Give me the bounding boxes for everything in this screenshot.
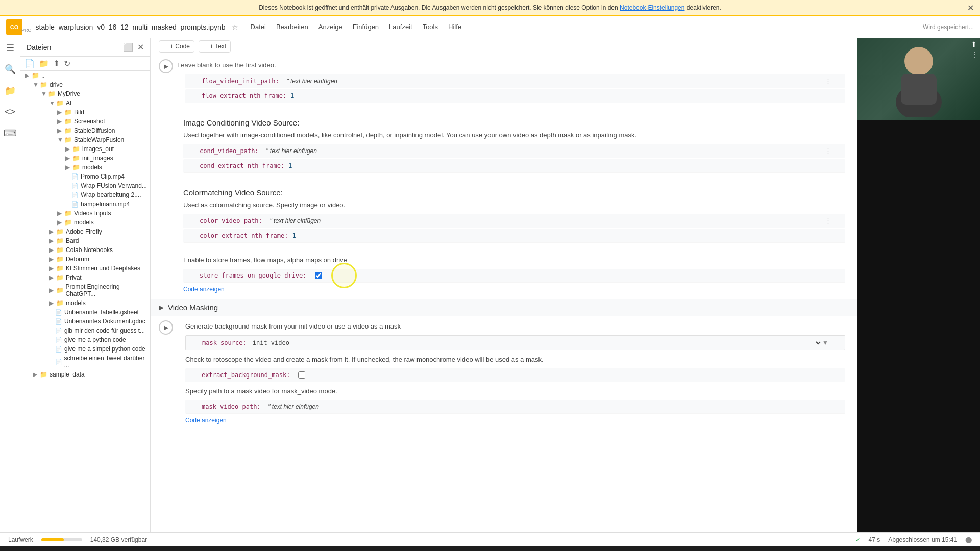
sidebar-tree-item[interactable]: ▶📁StableDiffusion xyxy=(20,126,150,135)
sidebar-tree-item[interactable]: ▼📁drive xyxy=(20,80,150,89)
flow-video-init-path-row: flow_video_init_path: " text hier einfüg… xyxy=(185,74,845,88)
sidebar-upload-icon[interactable]: ⬆ xyxy=(53,59,60,68)
sidebar-tree-item[interactable]: ▶📁.. xyxy=(20,71,150,80)
cond-extract-nth-frame-label: cond_extract_nth_frame: xyxy=(200,162,284,169)
cell-run-button[interactable]: ▶ xyxy=(159,59,173,73)
files-icon[interactable]: 📁 xyxy=(5,85,16,96)
sidebar-tree-item[interactable]: 📄give me a simpel python code xyxy=(20,344,150,354)
cond-extract-nth-frame-value[interactable]: 1 xyxy=(288,162,292,169)
sidebar-tree-item[interactable]: 📄Unbenannte Tabelle.gsheet xyxy=(20,308,150,317)
colab-logo: CO xyxy=(6,19,22,35)
mask-source-label: mask_source: xyxy=(202,339,247,346)
storage-bar-fill xyxy=(41,538,64,541)
panel-expand-icon[interactable]: ⬆ xyxy=(971,40,978,48)
extract-background-mask-row: extract_background_mask: xyxy=(185,368,845,382)
sidebar-tree-item[interactable]: ▶📁Privat xyxy=(20,273,150,282)
menu-anzeige[interactable]: Anzeige xyxy=(318,23,342,31)
leave-blank-note: Leave blank to use the first video. xyxy=(177,59,853,73)
search-icon[interactable]: 🔍 xyxy=(5,64,16,75)
flow-extract-nth-frame-label: flow_extract_nth_frame: xyxy=(202,92,286,99)
shortcuts-icon[interactable]: ⌨ xyxy=(4,128,17,139)
sidebar-title: Dateien xyxy=(27,43,51,52)
panel-menu-icon[interactable]: ⋮ xyxy=(971,51,978,59)
notification-close[interactable]: ✕ xyxy=(967,3,974,13)
sidebar-tree-item[interactable]: ▶📁images_out xyxy=(20,144,150,154)
add-text-button[interactable]: + + Text xyxy=(199,40,231,53)
sidebar-tree-item[interactable]: ▶📁Videos Inputs xyxy=(20,209,150,218)
storage-bar xyxy=(41,538,82,541)
video-masking-section-header[interactable]: ▶ Video Masking xyxy=(151,299,857,316)
menu-einfuegen[interactable]: Einfügen xyxy=(353,23,379,31)
sidebar-tree-item[interactable]: ▼📁AI xyxy=(20,98,150,108)
sidebar-new-file-icon[interactable]: 📄 xyxy=(24,59,35,68)
sidebar-tree-item[interactable]: ▶📁Screenshot xyxy=(20,117,150,126)
menu-bearbeiten[interactable]: Bearbeiten xyxy=(276,23,308,31)
color-video-path-value[interactable]: " text hier einfügen xyxy=(266,217,825,224)
video-masking-title: Video Masking xyxy=(168,303,218,312)
storage-text: 140,32 GB verfügbar xyxy=(90,536,147,543)
color-extract-nth-frame-row: color_extract_nth_frame: 1 xyxy=(183,229,845,243)
sidebar-tree-item[interactable]: ▶📁Bild xyxy=(20,108,150,117)
sidebar-tree-item[interactable]: 📄Unbenanntes Dokument.gdoc xyxy=(20,317,150,326)
sidebar-refresh-icon[interactable]: ↻ xyxy=(64,59,70,68)
sidebar-tree-item[interactable]: ▶📁models xyxy=(20,218,150,227)
sidebar-tree-item[interactable]: ▶📁sample_data xyxy=(20,370,150,379)
sidebar-close-icon[interactable]: ✕ xyxy=(137,42,144,52)
cond-video-path-value[interactable]: " text hier einfügen xyxy=(263,147,825,155)
code-anzeigen-link-2[interactable]: Code anzeigen xyxy=(177,415,853,426)
sidebar-header: Dateien ⬜ ✕ xyxy=(20,38,150,57)
sidebar-toolbar: 📄 📁 ⬆ ↻ xyxy=(20,57,150,71)
sidebar-tree-item[interactable]: ▶📁Prompt Engineering ChatGPT... xyxy=(20,282,150,298)
store-frames-cell: Enable to store frames, flow maps, alpha… xyxy=(151,248,857,299)
sidebar-tree-item[interactable]: 📄Wrap bearbeitung 2.... xyxy=(20,190,150,199)
flow-video-init-path-label: flow_video_init_path: xyxy=(202,78,279,85)
mask-source-select[interactable]: init_video video_mask none xyxy=(251,339,822,347)
add-code-button[interactable]: + + Code xyxy=(159,40,194,53)
collapse-arrow-icon: ▶ xyxy=(159,304,164,311)
menu-datei[interactable]: Datei xyxy=(251,23,266,31)
sidebar-tree-item[interactable]: 📄Wrap FUsion Verwand... xyxy=(20,181,150,190)
color-video-path-label: color_video_path: xyxy=(200,217,262,224)
video-masking-run-button[interactable]: ▶ xyxy=(159,320,173,335)
mask-video-path-value[interactable]: " text hier einfügen xyxy=(265,403,829,410)
sidebar-minimize-icon[interactable]: ⬜ xyxy=(123,42,133,52)
sidebar-tree-item[interactable]: 📄hampelmann.mp4 xyxy=(20,199,150,209)
video-masking-desc: Generate background mask from your init … xyxy=(177,320,853,334)
sidebar-tree-item[interactable]: ▶📁models xyxy=(20,163,150,172)
extract-background-mask-checkbox[interactable] xyxy=(298,371,305,379)
menu-toggle-icon[interactable]: ☰ xyxy=(6,42,14,54)
menu-laufzeit[interactable]: Laufzeit xyxy=(389,23,412,31)
star-icon[interactable]: ☆ xyxy=(232,23,238,31)
sidebar-tree-item[interactable]: 📄gib mir den code für guess t... xyxy=(20,326,150,335)
code-anzeigen-link-1[interactable]: Code anzeigen xyxy=(175,284,853,295)
flow-video-init-path-value[interactable]: " text hier einfügen xyxy=(283,78,825,85)
sidebar-new-folder-icon[interactable]: 📁 xyxy=(39,59,49,68)
sidebar-tree-item[interactable]: 📄Promo Clip.mp4 xyxy=(20,172,150,181)
flow-extract-nth-frame-value[interactable]: 1 xyxy=(290,92,294,99)
menu-hilfe[interactable]: Hilfe xyxy=(448,23,461,31)
sidebar-tree-item[interactable]: ▶📁Colab Notebooks xyxy=(20,245,150,255)
left-icon-bar: ☰ 🔍 📁 <> ⌨ xyxy=(0,38,20,532)
sidebar-tree-item[interactable]: ▼📁StableWarpFusion xyxy=(20,135,150,144)
sidebar-tree-item[interactable]: 📄schreibe einen Tweet darüber ... xyxy=(20,354,150,370)
code-icon[interactable]: <> xyxy=(5,107,15,117)
sidebar-tree-item[interactable]: ▶📁Adobe Firefly xyxy=(20,227,150,236)
store-frames-checkbox[interactable] xyxy=(315,272,322,279)
title-bar: CO PRO stable_warpfusion_v0_16_12_multi_… xyxy=(0,16,980,38)
scroll-indicator: ⋮ xyxy=(825,77,829,85)
color-extract-nth-frame-value[interactable]: 1 xyxy=(292,232,296,239)
sidebar-tree-item[interactable]: 📄give me a python code xyxy=(20,335,150,344)
notebook-area[interactable]: + + Code + + Text ▶ Leave blank to use t… xyxy=(151,38,857,532)
sidebar-tree-item[interactable]: ▶📁Deforum xyxy=(20,255,150,264)
menu-tools[interactable]: Tools xyxy=(423,23,438,31)
notebook-settings-link[interactable]: Notebook-Einstellungen xyxy=(620,4,684,11)
outer-layout: ☰ 🔍 📁 <> ⌨ Dateien ⬜ ✕ 📄 📁 ⬆ ↻ ▶📁..▼📁dri… xyxy=(0,38,980,532)
completion-time: Abgeschlossen um 15:41 xyxy=(888,536,957,543)
notification-bar: Dieses Notebook ist geöffnet und enthält… xyxy=(0,0,980,16)
sidebar-tree-item[interactable]: ▶📁Bard xyxy=(20,236,150,245)
sidebar-tree-item[interactable]: ▶📁init_images xyxy=(20,154,150,163)
sidebar-tree-item[interactable]: ▼📁MyDrive xyxy=(20,89,150,98)
sidebar-tree: ▶📁..▼📁drive▼📁MyDrive▼📁AI▶📁Bild▶📁Screensh… xyxy=(20,71,150,532)
sidebar-tree-item[interactable]: ▶📁KI Stimmen und Deepfakes xyxy=(20,264,150,273)
sidebar-tree-item[interactable]: ▶📁models xyxy=(20,298,150,308)
